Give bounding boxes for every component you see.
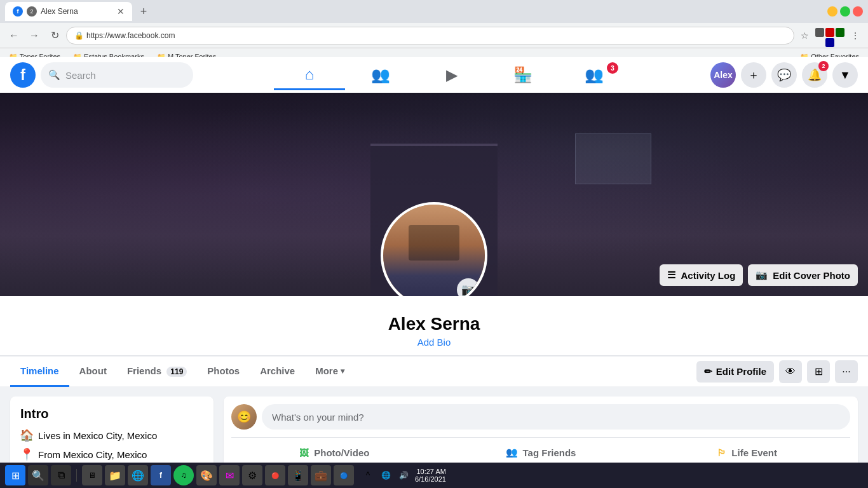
tag-friends-label: Tag Friends [523,447,576,458]
close-button[interactable] [853,6,863,17]
ext-4[interactable] [825,38,834,47]
extensions-icon[interactable] [815,28,845,43]
nav-marketplace[interactable]: 🏪 [487,60,559,90]
address-bar[interactable]: 🔒 https://www.facebook.com [66,27,794,44]
view-as-button[interactable]: 👁 [779,360,802,383]
edit-cover-photo-button[interactable]: 📷 Edit Cover Photo [748,264,858,286]
ext-3[interactable] [836,28,844,37]
video-icon: ▶ [446,66,458,84]
taskbar-app-4[interactable]: f [151,465,171,485]
groups-badge: 3 [607,62,618,74]
lives-in-item: 🏠 Lives in Mexico City, Mexico [20,429,203,442]
new-tab-button[interactable]: + [135,3,153,20]
browser-nav: ← → ↻ 🔒 https://www.facebook.com ☆ ⋮ [0,23,868,48]
grid-view-button[interactable]: ⊞ [807,360,830,383]
profile-picture-wrapper: 📷 [381,202,487,296]
camera-icon: 📷 [756,269,768,281]
bell-icon: 🔔 [808,68,822,82]
tray-network-icon[interactable]: 🌐 [379,469,392,482]
cover-area: 📷 ☰ Activity Log 📷 Edit Cover Photo [0,93,868,296]
clock-date: 6/16/2021 [415,475,446,483]
notifications-button[interactable]: 🔔 2 [802,62,827,88]
taskbar-app-11[interactable]: 💼 [311,465,331,485]
tray-volume-icon[interactable]: 🔊 [397,469,410,482]
clock-icon: ☰ [667,269,675,281]
active-tab[interactable]: f 2 Alex Serna ✕ [5,2,132,21]
add-button[interactable]: ＋ [741,62,766,88]
more-options-button[interactable]: ··· [835,360,858,383]
taskbar-app-7[interactable]: ✉ [219,465,240,485]
more-options-icon[interactable]: ⋮ [848,28,863,43]
location-icon: 📍 [20,448,33,461]
post-actions: 🖼 Photo/Video 👥 Tag Friends 🏳 Life Event [231,437,850,462]
edit-profile-label: Edit Profile [716,366,766,377]
profile-info: Alex Serna Add Bio [0,296,868,356]
add-bio-link[interactable]: Add Bio [0,337,868,348]
post-input-row: 😊 What's on your mind? [231,404,850,430]
taskbar-app-10[interactable]: 📱 [288,465,308,485]
tab-timeline[interactable]: Timeline [10,356,69,387]
pencil-icon: ✏ [704,366,712,377]
forward-button[interactable]: → [25,27,43,44]
fb-logo[interactable]: f [10,62,36,88]
tab-more[interactable]: More ▾ [305,356,355,387]
taskbar-app-6[interactable]: 🎨 [196,465,217,485]
tab-close-button[interactable]: ✕ [117,6,125,17]
messenger-button[interactable]: 💬 [771,62,797,88]
camera-icon[interactable]: 📷 [457,278,480,296]
profile-tabs: Timeline About Friends 119 Photos Archiv… [0,356,868,386]
start-button[interactable]: ⊞ [5,465,25,485]
clock-display[interactable]: 10:27 AM 6/16/2021 [415,468,446,483]
clock-time: 10:27 AM [415,468,446,475]
tab-archive[interactable]: Archive [250,356,305,387]
taskbar-app-9[interactable]: 🔴 [265,465,285,485]
ext-2[interactable] [825,28,834,37]
tab-about[interactable]: About [69,356,117,387]
tab-photos[interactable]: Photos [197,356,250,387]
photo-video-button[interactable]: 🖼 Photo/Video [231,443,438,462]
profile-picture: 📷 [381,202,487,296]
activity-log-button[interactable]: ☰ Activity Log [660,264,743,286]
post-avatar: 😊 [231,404,257,430]
cover-actions: ☰ Activity Log 📷 Edit Cover Photo [660,264,858,286]
edit-profile-button[interactable]: ✏ Edit Profile [696,361,774,383]
friends-count-badge: 119 [166,367,187,377]
nav-video[interactable]: ▶ [416,60,487,90]
taskbar-app-2[interactable]: 📁 [105,465,125,485]
post-input[interactable]: What's on your mind? [262,404,850,430]
url-display: https://www.facebook.com [86,31,175,40]
minimize-button[interactable] [827,6,837,17]
nav-home[interactable]: ⌂ [274,60,345,90]
home-icon: ⌂ [305,65,315,83]
home-intro-icon: 🏠 [20,429,33,442]
post-input-card: 😊 What's on your mind? 🖼 Photo/Video 👥 T… [224,396,858,470]
maximize-button[interactable] [840,6,850,17]
tab-friends[interactable]: Friends 119 [117,356,197,387]
nav-groups[interactable]: 👥 3 [559,60,630,90]
plus-icon: ＋ [748,67,759,83]
nav-friends[interactable]: 👥 [345,60,416,90]
taskbar-app-12[interactable]: 🔵 [334,465,354,485]
tray-up-arrow[interactable]: ^ [362,469,374,482]
reload-button[interactable]: ↻ [46,27,64,44]
taskbar-app-1[interactable]: 🖥 [82,465,102,485]
tag-friends-button[interactable]: 👥 Tag Friends [438,443,644,462]
taskbar-app-8[interactable]: ⚙ [242,465,262,485]
ext-1[interactable] [815,28,824,37]
user-avatar[interactable]: Alex [710,62,736,88]
star-icon[interactable]: ☆ [797,28,812,43]
taskview-button[interactable]: ⧉ [51,465,71,485]
eye-icon: 👁 [785,366,796,377]
life-event-button[interactable]: 🏳 Life Event [644,443,850,462]
search-icon: 🔍 [48,69,60,81]
life-event-icon: 🏳 [717,447,726,458]
account-menu-button[interactable]: ▼ [832,62,858,88]
tab-notification-badge: 2 [27,6,37,17]
search-bar[interactable]: 🔍 Search [41,62,193,88]
search-taskbar-button[interactable]: 🔍 [28,465,48,485]
back-button[interactable]: ← [5,27,23,44]
taskbar-app-3[interactable]: 🌐 [128,465,148,485]
chevron-down-icon: ▼ [839,69,851,82]
messenger-icon: 💬 [777,68,791,82]
taskbar-app-5[interactable]: ♫ [173,465,194,485]
